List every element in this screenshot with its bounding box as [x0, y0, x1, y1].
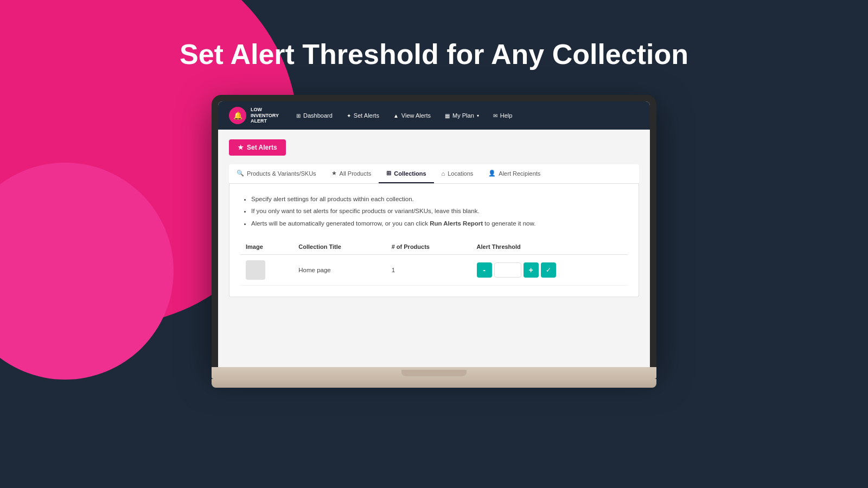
logo-area: 🔔 LOW INVENTORY ALERT	[229, 107, 279, 124]
nav-item-dashboard[interactable]: ⊞ Dashboard	[291, 109, 338, 122]
table-body: Home page 1 - + ✓	[240, 254, 628, 285]
bullet3-before: Alerts will be automatically generated t…	[251, 220, 430, 227]
cell-image	[240, 254, 293, 285]
tab-all-products[interactable]: ★ All Products	[324, 164, 379, 183]
content-panel: Specify alert settings for all products …	[229, 184, 639, 297]
laptop-base	[212, 367, 656, 379]
set-alerts-icon: ✦	[347, 113, 351, 119]
page-title: Set Alert Threshold for Any Collection	[0, 38, 868, 70]
tabs-container: 🔍 Products & Variants/SKUs ★ All Product…	[229, 164, 639, 184]
set-alerts-btn-label: Set Alerts	[247, 144, 277, 151]
help-icon: ✉	[493, 113, 497, 119]
tab-collections[interactable]: ⊞ Collections	[379, 164, 433, 183]
set-alerts-button[interactable]: ★ Set Alerts	[229, 139, 286, 156]
logo-text: LOW INVENTORY ALERT	[251, 107, 279, 124]
products-variants-icon: 🔍	[237, 170, 244, 177]
nav-item-view-alerts[interactable]: ▲ View Alerts	[388, 109, 436, 122]
threshold-plus-button[interactable]: +	[524, 262, 539, 278]
threshold-confirm-button[interactable]: ✓	[541, 262, 556, 278]
data-table: Image Collection Title # of Products Ale…	[240, 239, 628, 286]
table-row: Home page 1 - + ✓	[240, 254, 628, 285]
navbar: 🔔 LOW INVENTORY ALERT ⊞ Dashboard ✦ Set …	[218, 101, 650, 130]
bullet3-after: to generate it now.	[483, 220, 535, 227]
col-num-products: # of Products	[386, 239, 471, 255]
dashboard-icon: ⊞	[296, 113, 301, 119]
col-image: Image	[240, 239, 293, 255]
table-header: Image Collection Title # of Products Ale…	[240, 239, 628, 255]
run-alerts-link[interactable]: Run Alerts Report	[430, 220, 483, 227]
logo-icon: 🔔	[229, 107, 246, 124]
logo-bell-icon: 🔔	[233, 111, 242, 120]
col-collection-title: Collection Title	[293, 239, 386, 255]
laptop-screen-outer: 🔔 LOW INVENTORY ALERT ⊞ Dashboard ✦ Set …	[212, 95, 656, 367]
nav-item-help[interactable]: ✉ Help	[488, 109, 518, 122]
nav-item-set-alerts[interactable]: ✦ Set Alerts	[341, 109, 385, 122]
tab-alert-recipients[interactable]: 👤 Alert Recipients	[481, 164, 548, 183]
laptop-frame: 🔔 LOW INVENTORY ALERT ⊞ Dashboard ✦ Set …	[212, 95, 656, 388]
locations-icon: ⌂	[442, 170, 445, 177]
info-bullet-2: If you only want to set alerts for speci…	[251, 207, 628, 216]
set-alerts-btn-icon: ★	[238, 144, 244, 151]
tab-products-variants[interactable]: 🔍 Products & Variants/SKUs	[229, 164, 324, 183]
alert-recipients-icon: 👤	[488, 170, 496, 177]
threshold-minus-button[interactable]: -	[477, 262, 492, 278]
cell-collection-title: Home page	[293, 254, 386, 285]
main-content: ★ Set Alerts 🔍 Products & Variants/SKUs …	[218, 130, 650, 307]
info-list: Specify alert settings for all products …	[240, 195, 628, 228]
collections-icon: ⊞	[386, 170, 391, 177]
laptop-stand	[212, 379, 656, 388]
view-alerts-icon: ▲	[393, 113, 399, 119]
col-alert-threshold: Alert Threshold	[471, 239, 628, 255]
info-bullet-1: Specify alert settings for all products …	[251, 195, 628, 204]
cell-alert-threshold: - + ✓	[471, 254, 628, 285]
laptop-notch	[401, 370, 467, 376]
info-bullet-3: Alerts will be automatically generated t…	[251, 219, 628, 228]
threshold-input[interactable]	[494, 262, 521, 278]
all-products-icon: ★	[331, 170, 337, 177]
tab-locations[interactable]: ⌂ Locations	[434, 164, 481, 183]
laptop-screen-inner: 🔔 LOW INVENTORY ALERT ⊞ Dashboard ✦ Set …	[218, 101, 650, 367]
nav-item-my-plan[interactable]: ▦ My Plan ▾	[439, 109, 484, 122]
threshold-controls: - + ✓	[477, 262, 622, 278]
my-plan-icon: ▦	[445, 113, 450, 119]
chevron-down-icon: ▾	[477, 113, 479, 118]
cell-num-products: 1	[386, 254, 471, 285]
product-image-placeholder	[246, 260, 265, 280]
